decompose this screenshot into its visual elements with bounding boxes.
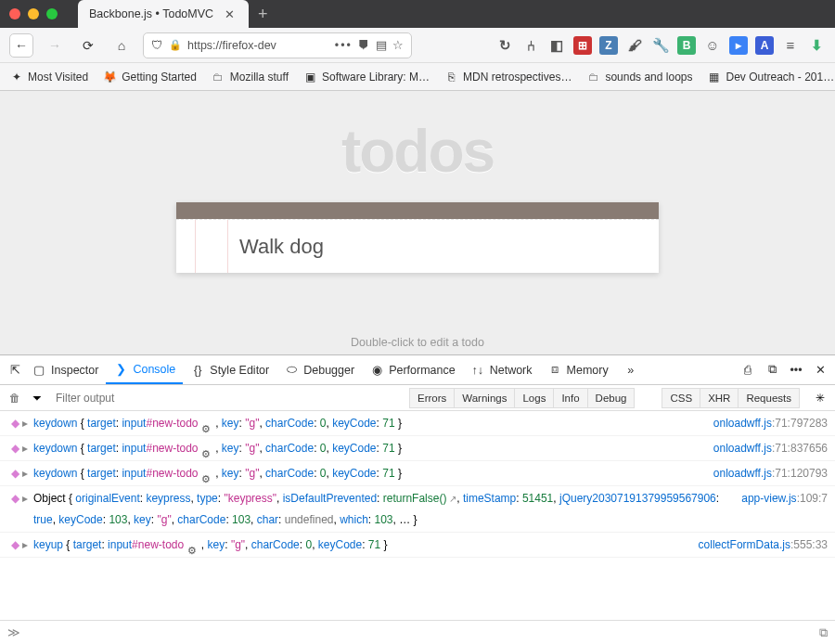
bookmark-label: Mozilla stuff [230, 71, 289, 84]
url-bar[interactable]: 🛡 🔒 https://firefox-dev ••• ⛊ ▤ ☆ [143, 32, 412, 58]
account-icon[interactable]: ☺ [703, 36, 722, 55]
history-icon[interactable]: ↻ [495, 36, 514, 55]
clear-console-button[interactable]: 🗑 [7, 391, 22, 406]
library-icon[interactable]: ⑃ [521, 36, 540, 55]
ext-a[interactable]: A [755, 36, 774, 55]
filter-requests[interactable]: Requests [738, 388, 800, 408]
menu-icon[interactable]: ≡ [781, 36, 800, 55]
devtools-tab-style-editor[interactable]: {}Style Editor [183, 355, 276, 384]
folder-icon: 🗀 [212, 70, 225, 84]
split-console-icon[interactable]: ⧉ [819, 625, 828, 640]
tab-label: Console [133, 363, 175, 376]
back-button[interactable]: ← [9, 33, 33, 58]
tab-title: Backbone.js • TodoMVC [89, 7, 213, 20]
filter-errors[interactable]: Errors [409, 388, 455, 408]
log-source-location[interactable]: onloadwff.js:71:837656 [704, 438, 828, 458]
sidebar-icon[interactable]: ◧ [547, 36, 566, 55]
minimize-window-button[interactable] [28, 8, 39, 19]
devtools-tab-inspector[interactable]: ▢Inspector [24, 355, 106, 384]
expand-arrow-icon[interactable]: ▸ [22, 463, 33, 483]
log-source-location[interactable]: onloadwff.js:71:797283 [704, 413, 828, 433]
console-settings-icon[interactable]: ✳ [813, 391, 828, 406]
tab-label: Performance [389, 364, 456, 377]
edit-hint: Double-click to edit a todo [0, 336, 835, 349]
devtools-tab-memory[interactable]: ⧈Memory [540, 355, 616, 384]
expand-arrow-icon[interactable]: ▸ [22, 438, 33, 458]
console-row[interactable]: ◆ ▸ keydown { target: input#new-todo , k… [0, 461, 835, 486]
page-actions-icon[interactable]: ••• [335, 39, 353, 52]
bookmark-item[interactable]: 🗀sounds and loops [586, 70, 692, 84]
console-input-row[interactable]: ≫ ⧉ [0, 620, 835, 644]
new-todo-input[interactable] [228, 235, 659, 259]
bookmark-label: Most Visited [28, 71, 88, 84]
more-tools-icon[interactable]: » [623, 363, 638, 378]
log-source-location[interactable]: app-view.js:109:7 [732, 488, 828, 530]
bookmark-favicon: ✦ [9, 70, 23, 84]
ext-badge-red[interactable]: ⊞ [573, 36, 592, 55]
margin-rule [195, 220, 228, 273]
log-message: keydown { target: input#new-todo , key: … [33, 463, 704, 483]
new-tab-button[interactable]: + [258, 5, 268, 24]
filter-css[interactable]: CSS [662, 388, 700, 408]
ext-paint-icon[interactable]: 🖌 [625, 36, 644, 55]
traffic-lights [9, 8, 58, 19]
maximize-window-button[interactable] [46, 8, 58, 19]
expand-arrow-icon[interactable]: ▸ [22, 535, 33, 555]
ext-b[interactable]: B [677, 36, 696, 55]
pocket-icon[interactable]: ⛊ [358, 39, 370, 52]
bookmark-item[interactable]: ⎘MDN retrospectives… [444, 70, 572, 84]
log-message: keydown { target: input#new-todo , key: … [33, 413, 704, 433]
wrench-icon[interactable]: 🔧 [651, 36, 670, 55]
expand-arrow-icon[interactable]: ▸ [22, 488, 33, 530]
console-row[interactable]: ◆ ▸ keydown { target: input#new-todo , k… [0, 411, 835, 436]
tab-icon: ▢ [32, 363, 46, 378]
expand-arrow-icon[interactable]: ▸ [22, 413, 33, 433]
filter-warnings[interactable]: Warnings [454, 388, 515, 408]
download-icon[interactable]: ⬇ [807, 36, 826, 55]
bookmark-item[interactable]: 🦊Getting Started [103, 70, 197, 84]
app-heading: todos [0, 117, 835, 186]
ext-video-icon[interactable]: ▸ [729, 36, 748, 55]
tab-close-button[interactable]: ✕ [223, 7, 236, 21]
devtools-close-button[interactable]: ✕ [813, 363, 828, 378]
console-prompt-icon: ≫ [7, 625, 20, 639]
filter-logs[interactable]: Logs [514, 388, 554, 408]
filter-xhr[interactable]: XHR [700, 388, 739, 408]
bookmark-item[interactable]: ▣Software Library: M… [303, 70, 430, 84]
bookmark-label: Dev Outreach - 201… [726, 71, 834, 84]
ext-z[interactable]: Z [599, 36, 618, 55]
browser-tab[interactable]: Backbone.js • TodoMVC ✕ [78, 0, 249, 28]
devtools-tab-network[interactable]: ↑↓Network [463, 355, 540, 384]
bookmark-item[interactable]: ✦Most Visited [9, 70, 88, 84]
url-text: https://firefox-dev [187, 39, 276, 52]
log-type-badge: ◆ [7, 438, 22, 458]
devtools-menu-icon[interactable]: ••• [789, 363, 803, 378]
reload-button[interactable]: ⟳ [76, 33, 100, 58]
bookmark-item[interactable]: ▦Dev Outreach - 201… [707, 70, 834, 84]
console-filter-input[interactable] [52, 392, 195, 405]
log-message: keyup { target: input#new-todo , key: "g… [33, 535, 689, 555]
console-row[interactable]: ◆ ▸ keydown { target: input#new-todo , k… [0, 436, 835, 461]
tab-icon: ◉ [369, 363, 384, 378]
console-row[interactable]: ◆ ▸ keyup { target: input#new-todo , key… [0, 533, 835, 558]
star-icon[interactable]: ☆ [392, 38, 404, 52]
log-source-location[interactable]: collectFormData.js:555:33 [689, 535, 828, 555]
reader-icon[interactable]: ▤ [376, 38, 387, 52]
devtools-tab-console[interactable]: ❯Console [106, 355, 183, 384]
console-output[interactable]: ◆ ▸ keydown { target: input#new-todo , k… [0, 411, 835, 620]
devtools-tab-debugger[interactable]: ⬭Debugger [276, 355, 362, 384]
page-content: todos Double-click to edit a todo [0, 91, 835, 354]
bookmark-item[interactable]: 🗀Mozilla stuff [212, 70, 289, 84]
element-picker-icon[interactable]: ⇱ [7, 363, 22, 378]
filter-info[interactable]: Info [553, 388, 587, 408]
close-window-button[interactable] [9, 8, 20, 19]
home-button[interactable]: ⌂ [109, 33, 134, 58]
screenshot-icon[interactable]: ⎙ [740, 363, 755, 378]
responsive-mode-icon[interactable]: ⧉ [764, 363, 779, 378]
devtools-tabs: ⇱ ▢Inspector❯Console{}Style Editor⬭Debug… [0, 355, 835, 385]
console-row[interactable]: ◆ ▸ Object { originalEvent: keypress, ty… [0, 486, 835, 533]
nav-toolbar: ← → ⟳ ⌂ 🛡 🔒 https://firefox-dev ••• ⛊ ▤ … [0, 28, 835, 63]
log-source-location[interactable]: onloadwff.js:71:120793 [704, 463, 828, 483]
filter-debug[interactable]: Debug [587, 388, 636, 408]
devtools-tab-performance[interactable]: ◉Performance [362, 355, 463, 384]
